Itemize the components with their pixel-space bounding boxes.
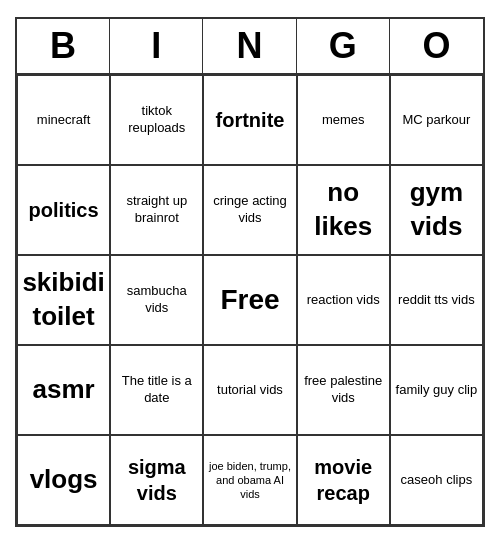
bingo-header: BINGO (17, 19, 483, 75)
bingo-cell: MC parkour (390, 75, 483, 165)
bingo-cell: joe biden, trump, and obama AI vids (203, 435, 296, 525)
bingo-card: BINGO minecrafttiktok reuploadsfortnitem… (15, 17, 485, 527)
bingo-cell: fortnite (203, 75, 296, 165)
header-letter: O (390, 19, 483, 73)
bingo-cell: The title is a date (110, 345, 203, 435)
bingo-cell: caseoh clips (390, 435, 483, 525)
bingo-cell: tutorial vids (203, 345, 296, 435)
bingo-cell: asmr (17, 345, 110, 435)
bingo-cell: tiktok reuploads (110, 75, 203, 165)
bingo-cell: no likes (297, 165, 390, 255)
header-letter: G (297, 19, 390, 73)
bingo-cell: straight up brainrot (110, 165, 203, 255)
bingo-cell: Free (203, 255, 296, 345)
bingo-cell: family guy clip (390, 345, 483, 435)
bingo-cell: vlogs (17, 435, 110, 525)
header-letter: B (17, 19, 110, 73)
bingo-cell: gym vids (390, 165, 483, 255)
bingo-cell: sigma vids (110, 435, 203, 525)
bingo-cell: politics (17, 165, 110, 255)
header-letter: I (110, 19, 203, 73)
bingo-cell: sambucha vids (110, 255, 203, 345)
bingo-cell: reaction vids (297, 255, 390, 345)
bingo-cell: memes (297, 75, 390, 165)
bingo-cell: minecraft (17, 75, 110, 165)
bingo-cell: reddit tts vids (390, 255, 483, 345)
bingo-cell: cringe acting vids (203, 165, 296, 255)
bingo-cell: movie recap (297, 435, 390, 525)
bingo-cell: free palestine vids (297, 345, 390, 435)
bingo-grid: minecrafttiktok reuploadsfortnitememesMC… (17, 75, 483, 525)
header-letter: N (203, 19, 296, 73)
bingo-cell: skibidi toilet (17, 255, 110, 345)
